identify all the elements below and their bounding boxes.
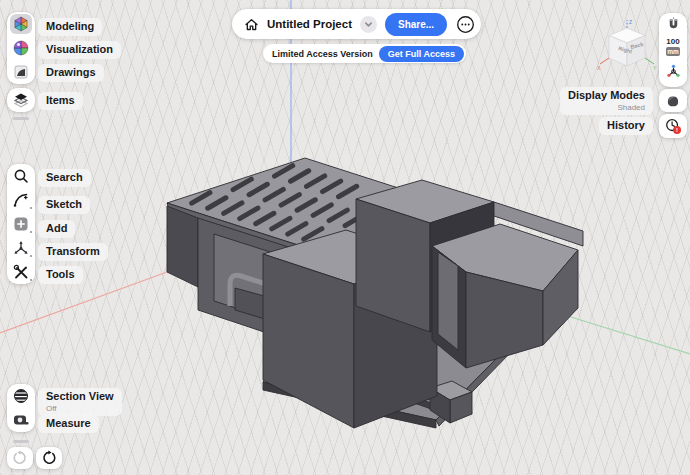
section-view-state: Off [46,404,114,414]
get-full-access-button[interactable]: Get Full Access [379,46,464,62]
workspace-modeling-button[interactable] [7,12,35,36]
items-label: Items [38,92,83,110]
add-button[interactable] [7,212,35,236]
viewcube-y-label: Y [653,65,657,71]
sketch-icon [12,191,30,209]
workspace-drawings-label: Drawings [38,64,104,82]
workspace-modeling-label: Modeling [38,18,102,36]
search-button[interactable] [7,164,35,188]
grid-size-unit[interactable]: mm [666,47,680,56]
transform-label: Transform [38,243,108,261]
access-banner: Limited Access Version Get Full Access [263,44,466,63]
search-icon [12,167,30,185]
section-view-label: Section View Off [38,388,122,416]
sketch-button[interactable] [7,188,35,212]
transform-button[interactable] [7,236,35,260]
measure-label: Measure [38,415,99,433]
redo-button[interactable] [36,447,62,469]
display-modes-label-text: Display Modes [568,89,645,101]
chevron-down-icon [364,20,373,29]
workspace-visualization-label: Visualization [38,41,121,59]
grid-size-value[interactable]: 100 [659,37,687,46]
display-modes-icon [665,93,681,109]
tools-label: Tools [38,266,83,284]
measure-icon [12,411,30,429]
submenu-dot [30,207,33,210]
undo-icon [12,450,28,466]
measure-button[interactable] [7,408,35,432]
sidebar-drag-handle-bottom[interactable] [13,440,29,443]
display-modes-label: Display Modes Shaded [560,87,653,115]
history-label: History [599,117,653,135]
drawings-icon [12,63,30,81]
display-modes-state: Shaded [568,103,645,113]
workspace-drawings-button[interactable] [7,60,35,84]
submenu-dot [30,279,33,282]
history-icon: ! [664,117,682,135]
tools-icon [12,263,30,281]
orientation-button[interactable] [659,63,687,80]
items-panel [7,88,35,112]
workspace-switcher [7,12,35,84]
snap-button[interactable] [659,17,687,32]
section-view-icon [12,387,30,405]
home-icon[interactable] [244,17,259,32]
workspace-visualization-button[interactable] [7,36,35,60]
visualization-icon [12,39,30,57]
view-tools-panel [7,384,35,432]
history-button[interactable]: ! [659,114,687,138]
model-3d[interactable] [167,158,583,428]
search-label: Search [38,169,91,187]
add-label: Add [38,220,75,238]
modeling-icon [12,15,30,33]
ellipsis-icon [456,15,475,34]
tools-button[interactable] [7,260,35,284]
submenu-dot [30,231,33,234]
project-title[interactable]: Untitled Project [267,18,352,30]
undo-button[interactable] [7,447,33,469]
magnet-icon [666,17,681,32]
items-icon [12,91,30,109]
share-button[interactable]: Share... [385,13,447,36]
sidebar-drag-handle[interactable] [13,117,29,120]
app-window: Modeling Visualization Drawings Items [0,0,690,475]
redo-icon [41,450,57,466]
viewcube-x-label: X [597,65,601,71]
items-button[interactable] [7,88,35,112]
limited-access-label: Limited Access Version [272,49,373,59]
project-titlebar: Untitled Project Share... [232,9,481,39]
section-view-button[interactable] [7,384,35,408]
grid-settings-panel: 100 mm [659,13,687,87]
section-view-label-text: Section View [46,390,114,402]
orientation-gimbal-icon [665,63,682,80]
transform-icon [12,239,30,257]
display-modes-button[interactable] [659,89,687,112]
add-icon [12,215,30,233]
viewcube-z-label: Z [629,19,632,25]
more-options-button[interactable] [455,14,475,34]
tools-panel [7,164,35,284]
view-cube[interactable]: Z Right Back X Y [595,18,659,84]
submenu-dot [30,255,33,258]
project-menu-chevron[interactable] [360,16,377,33]
sketch-label: Sketch [38,196,90,214]
history-alert-badge: ! [676,127,678,133]
